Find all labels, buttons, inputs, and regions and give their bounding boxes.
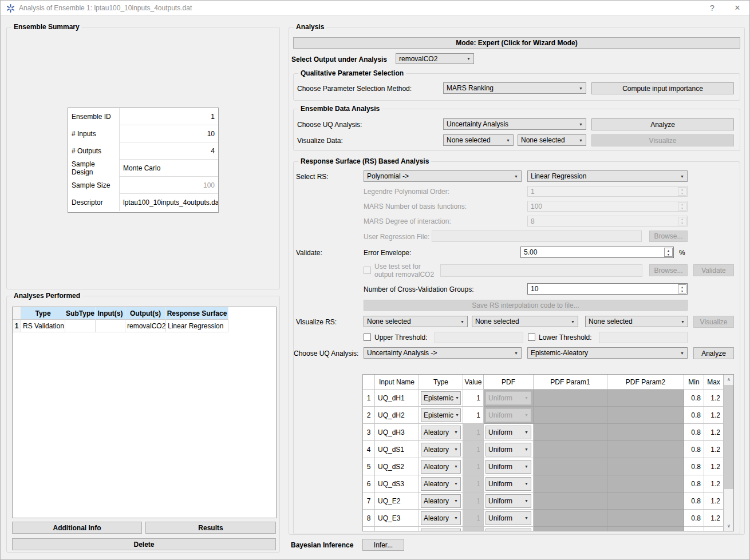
- min-cell[interactable]: 0.8: [684, 510, 704, 527]
- pdf-combo[interactable]: ▼: [485, 529, 531, 531]
- infer-button[interactable]: Infer...: [362, 539, 404, 551]
- table-cell[interactable]: removalCO2: [125, 320, 166, 332]
- user-regression-file-field[interactable]: [432, 231, 642, 242]
- uq-column-header[interactable]: PDF Param2: [607, 375, 684, 390]
- upper-threshold-field[interactable]: [435, 332, 523, 343]
- summary-row-value[interactable]: lptau100_10inputs_4outputs.dat: [120, 194, 218, 211]
- table-cell[interactable]: [65, 320, 96, 332]
- scroll-up-icon[interactable]: ∧: [724, 375, 733, 384]
- pdf-combo[interactable]: Uniform▼: [485, 460, 531, 474]
- validate-button[interactable]: Validate: [693, 264, 734, 276]
- spin-down-icon[interactable]: ▼: [678, 221, 686, 225]
- analyses-column-header[interactable]: Response Surface: [166, 307, 228, 320]
- pdf-combo[interactable]: Uniform▼: [485, 426, 531, 439]
- summary-row-value[interactable]: 100: [120, 177, 218, 194]
- max-cell[interactable]: 1.2: [704, 441, 724, 458]
- rs-subtype-combo[interactable]: Linear Regression ▼: [527, 170, 688, 182]
- visualize-data-combo-2[interactable]: None selected ▼: [518, 134, 586, 146]
- error-envelope-spin-buttons[interactable]: ▲▼: [664, 248, 673, 257]
- type-combo[interactable]: Epistemic▼: [421, 408, 461, 422]
- type-combo[interactable]: Aleatory▼: [421, 443, 461, 456]
- input-name-cell[interactable]: UQ_dS3: [375, 475, 419, 493]
- min-cell[interactable]: [684, 527, 704, 531]
- additional-info-button[interactable]: Additional Info: [12, 522, 142, 534]
- type-combo[interactable]: Aleatory▼: [421, 426, 461, 439]
- value-cell[interactable]: 1: [463, 407, 484, 424]
- spin-down-icon[interactable]: ▼: [665, 252, 672, 256]
- cross-validation-groups-spinner[interactable]: 10 ▲▼: [527, 283, 688, 295]
- parameter-selection-method-combo[interactable]: MARS Ranking ▼: [443, 82, 586, 94]
- scroll-down-icon[interactable]: ∨: [724, 521, 733, 531]
- compute-input-importance-button[interactable]: Compute input importance: [591, 82, 734, 94]
- min-cell[interactable]: 0.8: [684, 424, 704, 441]
- analyses-column-header[interactable]: Input(s): [96, 307, 125, 320]
- close-icon[interactable]: ×: [729, 3, 746, 13]
- summary-row-value[interactable]: Monte Carlo: [120, 160, 218, 177]
- type-combo[interactable]: Aleatory▼: [421, 460, 461, 474]
- input-name-cell[interactable]: UQ_dS2: [375, 458, 419, 475]
- rs-uq-subtype-combo[interactable]: Epistemic-Aleatory ▼: [527, 347, 688, 359]
- cv-spin-buttons[interactable]: ▲▼: [678, 284, 686, 293]
- input-name-cell[interactable]: UQ_dH2: [375, 407, 419, 424]
- uq-column-header[interactable]: PDF: [484, 375, 534, 390]
- pdf-combo[interactable]: Uniform▼: [485, 494, 531, 508]
- mode-toggle-button[interactable]: Mode: Expert (Click for Wizard Mode): [293, 37, 740, 49]
- input-name-cell[interactable]: UQ_E2: [375, 493, 419, 510]
- eda-analyze-button[interactable]: Analyze: [591, 118, 734, 130]
- type-combo[interactable]: Epistemic▼: [421, 391, 461, 405]
- pdf-combo[interactable]: Uniform▼: [485, 443, 531, 456]
- max-cell[interactable]: 1.2: [704, 424, 724, 441]
- uq-column-header[interactable]: Value: [463, 375, 484, 390]
- summary-row-value[interactable]: 4: [120, 142, 218, 160]
- input-name-cell[interactable]: UQ_E3: [375, 510, 419, 527]
- analyses-column-header[interactable]: Output(s): [125, 307, 166, 320]
- delete-button[interactable]: Delete: [12, 538, 276, 550]
- spin-down-icon[interactable]: ▼: [678, 289, 686, 293]
- mars-basis-spin-buttons[interactable]: ▲▼: [678, 202, 686, 211]
- mars-degree-spin-buttons[interactable]: ▲▼: [678, 217, 686, 225]
- analyses-column-header[interactable]: Type: [21, 307, 65, 320]
- max-cell[interactable]: 1.2: [704, 407, 724, 424]
- rs-uq-analysis-combo[interactable]: Uncertainty Analysis -> ▼: [364, 347, 522, 359]
- lower-threshold-field[interactable]: [599, 332, 688, 343]
- input-name-cell[interactable]: [375, 527, 419, 531]
- table-cell[interactable]: Linear Regression: [166, 320, 228, 332]
- min-cell[interactable]: 0.8: [684, 390, 704, 407]
- max-cell[interactable]: 1.2: [704, 475, 724, 493]
- eda-visualize-button[interactable]: Visualize: [591, 134, 734, 146]
- summary-row-value[interactable]: 10: [120, 125, 218, 142]
- visualize-rs-button[interactable]: Visualize: [693, 316, 734, 328]
- max-cell[interactable]: [704, 527, 724, 531]
- max-cell[interactable]: 1.2: [704, 458, 724, 475]
- help-icon[interactable]: ?: [704, 3, 721, 13]
- analyses-column-header[interactable]: SubType: [65, 307, 96, 320]
- pdf-combo[interactable]: Uniform▼: [485, 511, 531, 525]
- lower-threshold-checkbox[interactable]: [528, 333, 535, 341]
- spin-up-icon[interactable]: ▲: [665, 248, 672, 252]
- input-name-cell[interactable]: UQ_dH3: [375, 424, 419, 441]
- max-cell[interactable]: 1.2: [704, 390, 724, 407]
- uq-column-header[interactable]: Type: [419, 375, 463, 390]
- rs-family-combo[interactable]: Polynomial -> ▼: [364, 170, 522, 182]
- use-test-set-checkbox[interactable]: [364, 267, 371, 274]
- input-name-cell[interactable]: UQ_dS1: [375, 441, 419, 458]
- min-cell[interactable]: 0.8: [684, 493, 704, 510]
- uq-column-header[interactable]: PDF Param1: [534, 375, 607, 390]
- min-cell[interactable]: 0.8: [684, 475, 704, 493]
- mars-degree-spinner[interactable]: 8 ▲▼: [527, 216, 688, 227]
- spin-down-icon[interactable]: ▼: [678, 192, 686, 196]
- table-cell[interactable]: RS Validation: [21, 320, 65, 332]
- mars-basis-spinner[interactable]: 100 ▲▼: [527, 201, 688, 212]
- legendre-order-spinner[interactable]: 1 ▲▼: [527, 186, 688, 197]
- max-cell[interactable]: 1.2: [704, 493, 724, 510]
- analyses-performed-table[interactable]: TypeSubTypeInput(s)Output(s)Response Sur…: [12, 307, 277, 518]
- uq-column-header[interactable]: Max: [704, 375, 724, 390]
- user-regression-browse-button[interactable]: Browse...: [649, 231, 688, 242]
- uq-column-header[interactable]: Input Name: [375, 375, 419, 390]
- save-rs-code-button[interactable]: Save RS interpolation code to file...: [364, 300, 688, 311]
- summary-row-value[interactable]: 1: [120, 108, 218, 125]
- uq-column-header[interactable]: Min: [684, 375, 704, 390]
- table-cell[interactable]: [96, 320, 125, 332]
- type-combo[interactable]: Aleatory▼: [421, 477, 461, 491]
- min-cell[interactable]: 0.8: [684, 458, 704, 475]
